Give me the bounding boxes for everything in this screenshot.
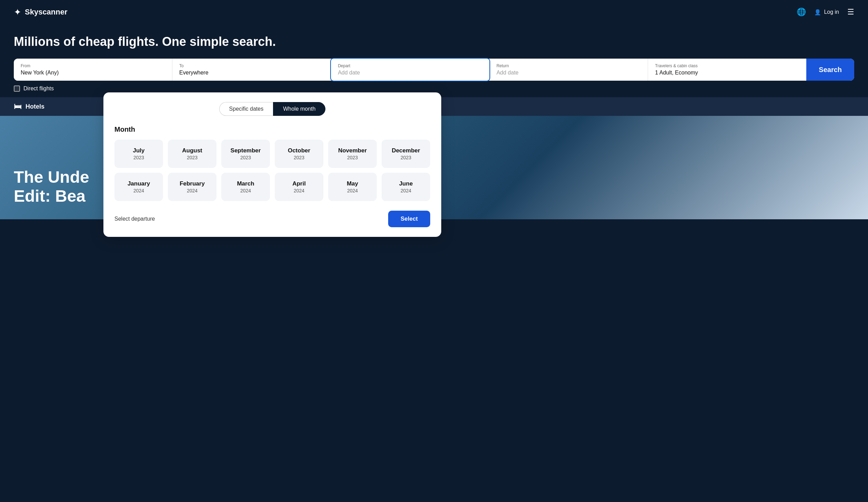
month-card-january-2024[interactable]: January2024 xyxy=(114,173,163,201)
month-card-april-2024[interactable]: April2024 xyxy=(275,173,323,201)
month-card-september-2023[interactable]: September2023 xyxy=(221,140,270,168)
main-dark-section: Millions of cheap flights. One simple se… xyxy=(0,24,868,97)
search-button[interactable]: Search xyxy=(806,59,854,81)
month-card-december-2023[interactable]: December2023 xyxy=(382,140,430,168)
globe-icon[interactable]: 🌐 xyxy=(797,8,806,17)
user-icon: 👤 xyxy=(814,9,821,16)
logo-text: Skyscanner xyxy=(25,8,68,17)
direct-flights-label: Direct flights xyxy=(23,86,54,92)
to-label: To xyxy=(179,63,324,68)
search-bar: From New York (Any) To Everywhere Depart… xyxy=(14,59,854,81)
from-label: From xyxy=(21,63,165,68)
month-card-august-2023[interactable]: August2023 xyxy=(168,140,216,168)
month-card-july-2023[interactable]: July2023 xyxy=(114,140,163,168)
to-value: Everywhere xyxy=(179,70,324,76)
date-picker-dropdown: Specific dates Whole month Month July202… xyxy=(103,92,441,219)
month-card-february-2024[interactable]: February2024 xyxy=(168,173,216,201)
logo-area[interactable]: ✦ Skyscanner xyxy=(14,7,68,18)
travelers-value: 1 Adult, Economy xyxy=(655,70,799,76)
depart-label: Depart xyxy=(338,63,482,68)
whole-month-button[interactable]: Whole month xyxy=(273,102,325,116)
select-departure-label: Select departure xyxy=(114,216,155,219)
headline: Millions of cheap flights. One simple se… xyxy=(14,34,854,49)
from-field[interactable]: From New York (Any) xyxy=(14,59,172,81)
travelers-label: Travelers & cabin class xyxy=(655,63,799,68)
hero-text: The Unde Edit: Bea xyxy=(14,168,89,205)
hotels-label: Hotels xyxy=(26,103,44,110)
hero-line2: Edit: Bea xyxy=(14,187,85,205)
months-grid-row1: July2023August2023September2023October20… xyxy=(114,140,430,168)
dropdown-footer: Select departure Select xyxy=(114,208,430,219)
bed-icon: 🛏 xyxy=(14,102,21,111)
month-card-june-2024[interactable]: June2024 xyxy=(382,173,430,201)
return-value: Add date xyxy=(496,70,641,76)
months-grid-row2: January2024February2024March2024April202… xyxy=(114,173,430,201)
header-right: 🌐 👤 Log in ☰ xyxy=(797,8,854,17)
month-card-november-2023[interactable]: November2023 xyxy=(328,140,377,168)
login-button[interactable]: 👤 Log in xyxy=(814,9,839,16)
direct-flights-checkbox[interactable] xyxy=(14,86,20,92)
header: ✦ Skyscanner 🌐 👤 Log in ☰ xyxy=(0,0,868,24)
skyscanner-logo-icon: ✦ xyxy=(14,7,21,18)
travelers-field[interactable]: Travelers & cabin class 1 Adult, Economy xyxy=(648,59,806,81)
month-section-label: Month xyxy=(114,126,430,133)
month-card-may-2024[interactable]: May2024 xyxy=(328,173,377,201)
hero-line1: The Unde xyxy=(14,168,89,186)
select-button[interactable]: Select xyxy=(388,211,430,219)
from-value: New York (Any) xyxy=(21,70,165,76)
depart-value: Add date xyxy=(338,70,482,76)
month-card-october-2023[interactable]: October2023 xyxy=(275,140,323,168)
month-card-march-2024[interactable]: March2024 xyxy=(221,173,270,201)
return-label: Return xyxy=(496,63,641,68)
hamburger-icon[interactable]: ☰ xyxy=(847,8,854,17)
to-field[interactable]: To Everywhere xyxy=(172,59,331,81)
depart-field[interactable]: Depart Add date xyxy=(331,59,489,81)
specific-dates-button[interactable]: Specific dates xyxy=(219,102,273,116)
date-mode-toggle: Specific dates Whole month xyxy=(114,102,430,116)
return-field[interactable]: Return Add date xyxy=(489,59,648,81)
